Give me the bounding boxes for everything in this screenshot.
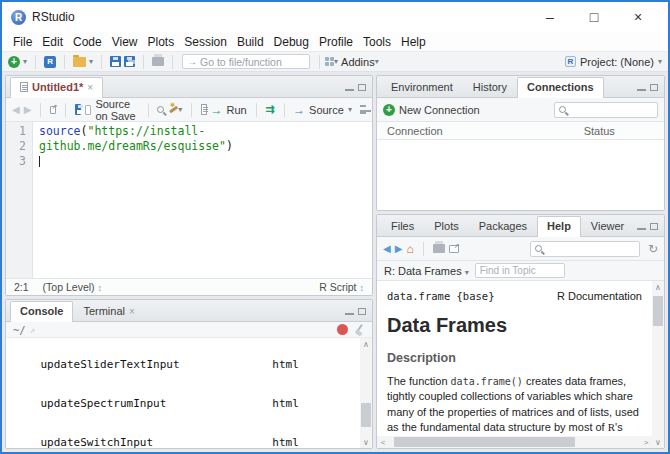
new-project-icon[interactable]: R	[44, 56, 56, 68]
pane-minimize-icon[interactable]	[345, 308, 354, 315]
print-icon[interactable]	[152, 57, 164, 66]
menu-help[interactable]: Help	[396, 35, 431, 49]
tab-history[interactable]: History	[463, 77, 517, 97]
refresh-icon[interactable]: ↻	[648, 242, 658, 256]
menu-session[interactable]: Session	[179, 35, 232, 49]
help-document[interactable]: data.frame {base} R Documentation Data F…	[377, 281, 652, 436]
run-icon[interactable]: →	[211, 103, 223, 117]
pane-maximize-icon[interactable]	[650, 223, 658, 230]
scroll-down-icon[interactable]: ∨	[652, 436, 664, 448]
panes-grid-icon[interactable]	[325, 57, 334, 66]
help-horizontal-scrollbar[interactable]: < >	[377, 436, 652, 448]
pane-maximize-icon[interactable]	[358, 308, 366, 315]
topic-selector[interactable]: R: Data Frames ▾	[384, 265, 469, 277]
addins-caret-icon[interactable]: ▾	[375, 57, 379, 66]
scroll-up-icon[interactable]: ∧	[360, 338, 372, 350]
tab-files[interactable]: Files	[381, 216, 424, 236]
connections-search-box	[554, 102, 658, 118]
scope-selector[interactable]: (Top Level)↕	[43, 281, 102, 293]
stop-icon[interactable]	[337, 324, 348, 335]
code-editor[interactable]: 1 2 3 source("https://install-github.me/…	[6, 122, 372, 278]
pane-minimize-icon[interactable]	[637, 223, 646, 230]
compile-report-icon[interactable]	[201, 104, 207, 115]
path-popout-icon[interactable]: ↗	[30, 325, 35, 335]
maximize-button[interactable]: □	[572, 2, 616, 32]
menu-edit[interactable]: Edit	[37, 35, 68, 49]
addins-button[interactable]: Addins	[341, 56, 375, 68]
panes-caret-icon[interactable]: ▾	[334, 57, 338, 66]
new-connection-icon[interactable]: +	[383, 104, 395, 116]
run-label[interactable]: Run	[227, 104, 247, 116]
source-caret-icon[interactable]: ▾	[348, 105, 352, 114]
tab-console[interactable]: Console	[10, 301, 73, 322]
rerun-icon[interactable]: ⇉	[265, 103, 274, 116]
menu-plots[interactable]: Plots	[143, 35, 180, 49]
pane-minimize-icon[interactable]	[345, 84, 354, 91]
open-file-icon[interactable]	[73, 57, 86, 67]
find-replace-icon[interactable]	[157, 106, 164, 113]
minimize-button[interactable]: –	[528, 2, 572, 32]
nav-forward-icon[interactable]: ▶	[24, 104, 32, 115]
help-vertical-scrollbar[interactable]: ∧ ∨	[652, 281, 664, 448]
tab-plots[interactable]: Plots	[424, 216, 468, 236]
pane-maximize-icon[interactable]	[650, 84, 658, 91]
tab-terminal[interactable]: Terminal×	[73, 301, 144, 321]
open-file-caret-icon[interactable]: ▾	[89, 57, 93, 66]
tab-untitled1[interactable]: Untitled1* ×	[10, 77, 103, 98]
document-outline-icon[interactable]	[360, 105, 366, 114]
code-tools-icon[interactable]	[168, 104, 174, 115]
show-in-window-icon[interactable]	[449, 245, 459, 253]
doc-type-selector[interactable]: R Script↕	[319, 281, 364, 293]
connections-search-input[interactable]	[570, 104, 653, 115]
tab-viewer[interactable]: Viewer	[581, 216, 634, 236]
tab-help[interactable]: Help	[537, 216, 581, 237]
tab-connections[interactable]: Connections	[517, 77, 604, 98]
tab-environment[interactable]: Environment	[381, 77, 463, 97]
close-button[interactable]: ×	[616, 2, 660, 32]
source-button-label[interactable]: Source	[309, 104, 344, 116]
scroll-thumb[interactable]	[394, 437, 575, 447]
print-topic-icon[interactable]	[433, 244, 445, 253]
scroll-up-icon[interactable]: ∧	[652, 281, 664, 293]
tab-packages[interactable]: Packages	[469, 216, 537, 236]
new-file-icon[interactable]: +	[8, 56, 20, 68]
home-icon[interactable]: ⌂	[406, 244, 413, 254]
scroll-thumb[interactable]	[653, 296, 663, 326]
help-back-icon[interactable]: ◀	[383, 243, 391, 254]
source-on-save-checkbox[interactable]	[85, 105, 91, 115]
scroll-right-icon[interactable]: >	[640, 438, 652, 447]
pane-maximize-icon[interactable]	[358, 84, 366, 91]
code-tools-caret-icon[interactable]: ▾	[178, 105, 182, 114]
save-file-icon[interactable]	[75, 104, 81, 115]
help-forward-icon[interactable]: ▶	[395, 243, 403, 254]
console-vertical-scrollbar[interactable]: ∧ ∨	[360, 338, 372, 448]
new-connection-button[interactable]: New Connection	[399, 104, 480, 116]
nav-back-icon[interactable]: ◀	[12, 104, 20, 115]
goto-file-input[interactable]	[200, 56, 305, 68]
terminal-close-icon[interactable]: ×	[129, 306, 135, 317]
menu-code[interactable]: Code	[68, 35, 107, 49]
console-output[interactable]: updateSliderTextInput html updateSpectru…	[6, 338, 360, 448]
connections-list[interactable]	[377, 140, 664, 210]
project-menu[interactable]: R Project: (None) ▾	[565, 56, 662, 68]
save-icon[interactable]	[110, 56, 121, 67]
scroll-down-icon[interactable]: ∨	[360, 436, 372, 448]
code-area[interactable]: source("https://install-github.me/dreamR…	[33, 122, 372, 278]
menu-debug[interactable]: Debug	[269, 35, 314, 49]
menu-view[interactable]: View	[107, 35, 143, 49]
clear-console-icon[interactable]	[354, 324, 365, 335]
save-all-icon[interactable]	[124, 56, 135, 67]
menu-file[interactable]: File	[8, 35, 37, 49]
popout-icon[interactable]	[50, 106, 56, 114]
scroll-thumb[interactable]	[361, 403, 371, 427]
pane-minimize-icon[interactable]	[637, 84, 646, 91]
menu-profile[interactable]: Profile	[314, 35, 358, 49]
help-search-input[interactable]	[546, 243, 635, 254]
menu-build[interactable]: Build	[232, 35, 269, 49]
new-file-caret-icon[interactable]: ▾	[23, 57, 27, 66]
source-run-icon[interactable]: →	[293, 103, 305, 117]
tab-close-icon[interactable]: ×	[87, 82, 93, 93]
find-in-topic-input[interactable]	[480, 265, 560, 276]
menu-tools[interactable]: Tools	[358, 35, 396, 49]
scroll-left-icon[interactable]: <	[377, 438, 389, 447]
